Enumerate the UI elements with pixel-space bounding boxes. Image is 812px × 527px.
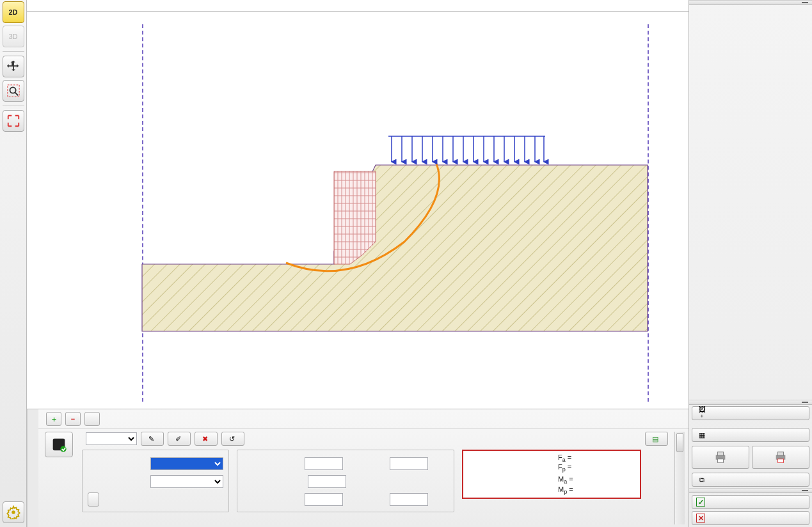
calc-button-column [42, 432, 76, 524]
svg-rect-26 [717, 452, 723, 456]
top-ruler [27, 0, 689, 12]
load-arrows [392, 136, 544, 162]
delete-icon: ✖ [200, 434, 209, 443]
pan-button[interactable] [3, 56, 24, 77]
collapse-icon[interactable] [802, 2, 808, 3]
fit-extents-button[interactable] [3, 110, 24, 132]
printer-color-icon [773, 450, 788, 464]
calc-params-group [82, 450, 229, 512]
delete-button[interactable]: ✖ [195, 432, 218, 446]
svg-rect-27 [717, 459, 723, 463]
bottom-content: ＋ − [38, 409, 689, 527]
panel-vertical-label [27, 409, 38, 527]
a2-input[interactable] [390, 493, 428, 506]
method-select[interactable] [150, 457, 223, 470]
scrollbar-thumb[interactable] [676, 433, 683, 452]
svg-point-3 [12, 510, 15, 514]
total-count-row [689, 424, 812, 427]
remove-analysis-button[interactable]: − [65, 412, 81, 426]
svg-rect-30 [777, 459, 783, 463]
circle-params-group [237, 450, 454, 512]
print-button-1[interactable] [692, 446, 749, 469]
calc-type-select[interactable] [150, 475, 223, 488]
collapse-icon[interactable] [802, 402, 808, 403]
view-toolbar: 2D 3D [0, 0, 27, 527]
gear-icon [6, 505, 20, 519]
move-icon [6, 59, 20, 74]
divider [3, 51, 24, 52]
add-drawing-button[interactable]: 🖼⁺ [692, 406, 809, 420]
finish-send-button[interactable]: ✓ [692, 495, 809, 509]
add-analysis-button[interactable]: ＋ [46, 412, 61, 426]
right-sidebar: 🖼⁺ ▦ [689, 0, 812, 527]
stage-1-button[interactable] [84, 412, 100, 426]
slip-top-row: ✎ ✐ ✖ ↺ [82, 432, 668, 446]
printer-icon [713, 450, 728, 464]
drawing-list-button[interactable]: ▦ [692, 428, 809, 442]
convert-icon: ↺ [227, 434, 236, 443]
zoom-icon [6, 84, 20, 98]
zoom-region-button[interactable] [3, 80, 24, 102]
collapse-icon[interactable] [802, 490, 808, 491]
extents-icon [6, 114, 20, 128]
main-area: ＋ − [27, 0, 689, 527]
edit-icon: ✐ [173, 434, 182, 443]
convert-polyline-button[interactable]: ↺ [221, 432, 244, 446]
modes-tree [689, 5, 812, 8]
x-input[interactable] [305, 457, 343, 470]
copy-view-button[interactable]: ⧉ [692, 473, 809, 487]
steering-header [689, 488, 812, 493]
run-calc-button[interactable] [45, 432, 73, 457]
view-3d-button[interactable]: 3D [3, 26, 24, 47]
z-input[interactable] [390, 457, 428, 470]
copy-icon: ⧉ [697, 475, 706, 484]
list-icon: ▦ [697, 430, 706, 439]
print-button-2[interactable] [752, 446, 809, 469]
analysis-stage-bar: ＋ − [38, 409, 689, 429]
check-icon: ✓ [696, 498, 705, 507]
geometry-svg [27, 12, 689, 408]
restrictions-button[interactable] [88, 492, 99, 507]
x-icon: ✕ [696, 514, 705, 523]
a1-input[interactable] [305, 493, 343, 506]
edit-textually-button[interactable]: ✐ [168, 432, 191, 446]
replace-graphically-button[interactable]: ✎ [141, 432, 164, 446]
right-lower: 🖼⁺ ▦ [689, 400, 812, 527]
view-2d-button[interactable]: 2D [3, 1, 24, 23]
chip-icon [50, 436, 68, 453]
plus-drawing-icon: 🖼⁺ [697, 409, 706, 418]
settings-gear-button[interactable] [3, 501, 24, 523]
stability-results-box: Fa = Fp = Ma = Mp = [462, 450, 641, 499]
list-icon: ▤ [651, 434, 660, 443]
svg-point-1 [10, 88, 15, 93]
slip-surface-select[interactable] [86, 432, 137, 445]
drawing-canvas[interactable] [27, 12, 689, 409]
print-row [689, 443, 812, 471]
bottom-body: ✎ ✐ ✖ ↺ [38, 429, 689, 527]
modes-header [689, 0, 812, 5]
svg-rect-29 [777, 452, 783, 456]
pencil-icon: ✎ [147, 434, 155, 443]
finish-nosend-button[interactable]: ✕ [692, 511, 809, 525]
detailed-results-button[interactable]: ▤ [645, 432, 668, 446]
results-scrollbar[interactable] [674, 432, 685, 524]
svg-line-2 [15, 93, 18, 96]
bottom-panel: ＋ − [27, 409, 689, 527]
divider [3, 106, 24, 106]
results-header [689, 400, 812, 405]
app-window: 2D 3D [0, 0, 812, 527]
R-input[interactable] [308, 475, 346, 488]
